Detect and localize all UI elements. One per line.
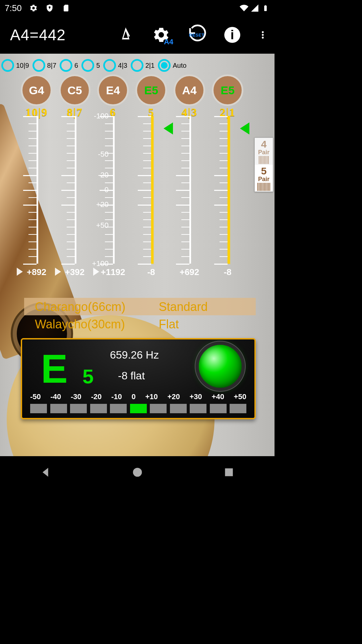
tuner-box <box>50 404 67 413</box>
sd-card-icon <box>61 4 70 12</box>
svg-point-4 <box>262 37 264 39</box>
cents-value: +692 <box>174 267 205 277</box>
info-button[interactable]: i <box>222 25 242 45</box>
pair-option-4[interactable]: 4Pair <box>255 138 273 165</box>
peg-E5[interactable]: E5 <box>135 74 167 106</box>
tuner-scale-tick: 0 <box>132 392 136 401</box>
tuner-main-area: 10|98|7654|32|1Auto G4C5E4E5A4E5 10|98|7… <box>0 54 275 456</box>
string-radio-4[interactable]: 4|3 <box>103 59 127 72</box>
radio-label: 2|1 <box>145 62 155 69</box>
wifi-icon <box>240 4 248 12</box>
tuner-box <box>30 404 47 413</box>
status-bar: 7:50 <box>0 0 275 16</box>
tuner-box <box>130 404 147 413</box>
cents-value: -8 <box>135 267 167 277</box>
instrument-name: Charango(66cm) <box>24 298 132 315</box>
back-button[interactable] <box>39 466 53 479</box>
svg-point-5 <box>133 468 142 477</box>
cellular-icon <box>250 4 259 12</box>
cents-value: -8 <box>212 267 243 277</box>
radio-label: 10|9 <box>16 62 29 69</box>
radio-icon <box>103 59 116 72</box>
home-button[interactable] <box>131 466 144 479</box>
gauge-5 <box>212 116 243 264</box>
play-icon <box>17 268 23 276</box>
tuner-note: E <box>41 345 66 392</box>
instrument-table[interactable]: Charango(66cm)StandardWalaycho(30cm)Flat <box>24 298 256 333</box>
tuner-scale-tick: +50 <box>234 392 246 401</box>
instrument-name: Walaycho(30cm) <box>24 315 132 333</box>
settings-a4-button[interactable]: A4 <box>151 25 171 45</box>
peg-C5[interactable]: C5 <box>59 74 90 106</box>
tuner-scale-tick: +10 <box>145 392 158 401</box>
instrument-tuning: Standard <box>132 298 256 315</box>
peg-row: G4C5E4E5A4E5 <box>21 74 261 106</box>
android-nav-bar <box>0 456 275 488</box>
radio-label: 6 <box>74 62 78 69</box>
gauge-4 <box>174 116 205 264</box>
cents-value: +892 <box>21 267 52 277</box>
radio-label: 5 <box>96 62 100 69</box>
svg-text:i: i <box>231 28 234 42</box>
reset-button[interactable]: RESET <box>187 25 207 45</box>
gear-icon <box>29 4 38 12</box>
radio-label: 4|3 <box>118 62 127 69</box>
tuner-scale-tick: +20 <box>167 392 180 401</box>
radio-label: 8|7 <box>47 62 56 69</box>
tuner-box <box>170 404 187 413</box>
radio-icon <box>131 59 143 72</box>
radio-label: Auto <box>173 62 186 69</box>
tuner-deviation: -8 flat <box>118 370 145 382</box>
tuner-box <box>190 404 206 413</box>
svg-rect-6 <box>225 468 233 476</box>
radio-icon <box>60 59 72 72</box>
tuner-scale-row: -50-40-30-20-100+10+20+30+40+50 <box>30 392 246 401</box>
radio-icon <box>81 59 94 72</box>
tuner-scale-tick: -20 <box>91 392 102 401</box>
battery-icon <box>261 4 270 12</box>
tuner-box-row <box>30 404 246 413</box>
pair-selector[interactable]: 4Pair5Pair <box>254 138 273 192</box>
string-radio-3[interactable]: 5 <box>81 59 100 72</box>
cents-value: +392 <box>59 267 90 277</box>
peg-G4[interactable]: G4 <box>21 74 52 106</box>
radio-icon <box>33 59 45 72</box>
tuner-panel: E 5 659.26 Hz -8 flat -50-40-30-20-100+1… <box>21 338 256 419</box>
in-tune-arrow-icon <box>164 122 173 135</box>
peg-E5[interactable]: E5 <box>212 74 243 106</box>
cents-row: +892+392+1192-8+692-8 <box>21 267 261 277</box>
tuner-scale-tick: -10 <box>111 392 122 401</box>
tuner-box <box>150 404 167 413</box>
string-radio-2[interactable]: 6 <box>60 59 78 72</box>
peg-E4[interactable]: E4 <box>97 74 129 106</box>
tuner-scale-tick: -50 <box>30 392 41 401</box>
svg-point-3 <box>262 34 264 36</box>
overflow-menu-button[interactable] <box>258 25 268 45</box>
string-radio-0[interactable]: 10|9 <box>1 59 29 72</box>
tuner-frequency: 659.26 Hz <box>110 349 159 361</box>
string-radio-1[interactable]: 8|7 <box>33 59 56 72</box>
tuner-box <box>230 404 246 413</box>
instrument-row[interactable]: Walaycho(30cm)Flat <box>24 315 256 333</box>
status-time: 7:50 <box>5 3 22 13</box>
tuner-box <box>210 404 227 413</box>
string-radio-5[interactable]: 2|1 <box>131 59 155 72</box>
instrument-row[interactable]: Charango(66cm)Standard <box>24 298 256 315</box>
tuner-scale-tick: -40 <box>51 392 61 401</box>
gauge-3: -100-50-200+20+50+100 <box>135 116 167 264</box>
instrument-tuning: Flat <box>132 315 256 333</box>
peg-A4[interactable]: A4 <box>174 74 205 106</box>
tuner-octave: 5 <box>82 365 94 388</box>
tuner-box <box>90 404 107 413</box>
tuner-scale-tick: -30 <box>71 392 81 401</box>
recents-button[interactable] <box>222 466 236 479</box>
pair-option-5[interactable]: 5Pair <box>255 165 273 192</box>
tuner-scale-tick: +40 <box>212 392 224 401</box>
string-radio-6[interactable]: Auto <box>158 59 186 72</box>
play-icon <box>55 268 61 276</box>
metronome-button[interactable] <box>116 25 136 45</box>
gauge-1 <box>59 116 90 264</box>
gauge-2 <box>97 116 129 264</box>
tuner-box <box>70 404 87 413</box>
string-picker-row: 10|98|7654|32|1Auto <box>1 57 273 74</box>
